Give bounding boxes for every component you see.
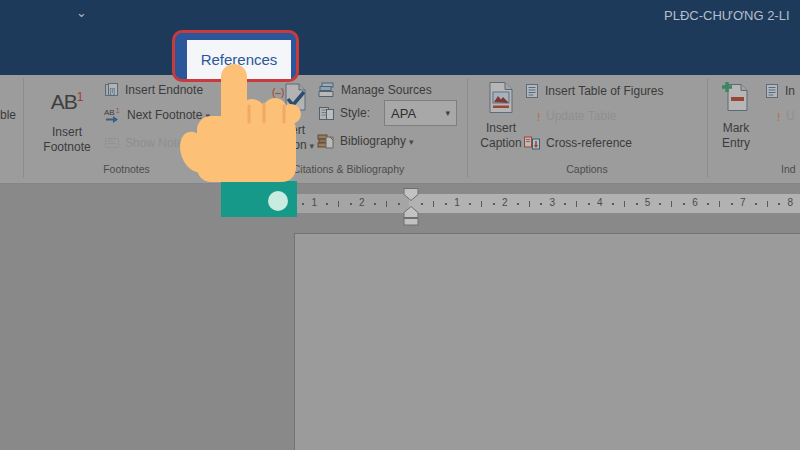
ruler-number: 2 xyxy=(502,197,508,208)
manage-sources-icon xyxy=(318,82,336,98)
combo-arrow-icon: ▾ xyxy=(445,108,450,118)
ruler-tick xyxy=(374,203,376,205)
svg-text:1: 1 xyxy=(116,107,120,114)
ruler-number: 3 xyxy=(550,197,556,208)
ruler-tick xyxy=(624,201,625,207)
show-notes-button[interactable]: Show Notes xyxy=(104,133,190,153)
ribbon-tab-row: sert Design Layout Mailings Review View … xyxy=(0,30,800,75)
bibliography-button[interactable]: Bibliography xyxy=(317,131,414,151)
ruler-tick xyxy=(755,203,757,205)
ruler-tick xyxy=(731,203,733,205)
insert-endnote-icon: [i] xyxy=(104,82,120,98)
citations-group-label: Citations & Bibliography xyxy=(230,163,467,175)
sleeve xyxy=(221,181,297,217)
manage-sources-button[interactable]: Manage Sources xyxy=(318,80,432,100)
insert-endnote-button[interactable]: [i] Insert Endnote xyxy=(104,80,203,100)
update-index-button-fragment[interactable]: ! U xyxy=(764,106,795,126)
svg-text:[i]: [i] xyxy=(110,87,116,95)
table-of-figures-icon xyxy=(524,83,540,99)
update-table-icon: ! xyxy=(524,108,541,124)
style-book-icon xyxy=(318,105,335,122)
title-bar: ⌄ PLĐC-CHƯƠNG 2-LI xyxy=(0,0,800,30)
ruler-tick xyxy=(540,203,542,205)
sleeve-button xyxy=(268,191,288,211)
svg-text:!: ! xyxy=(537,112,540,123)
ribbon-content: ble AB1 Insert Footnote [i] Insert Endno… xyxy=(0,75,800,184)
update-table-button[interactable]: ! Update Table xyxy=(524,106,617,126)
indent-markers[interactable] xyxy=(401,186,421,228)
document-title: PLĐC-CHƯƠNG 2-LI xyxy=(664,8,790,23)
ruler-number: 4 xyxy=(597,197,603,208)
svg-text:(–): (–) xyxy=(272,87,284,98)
ruler-tick xyxy=(767,201,768,207)
word-window: ⌄ PLĐC-CHƯƠNG 2-LI sert Design Layout Ma… xyxy=(0,0,800,450)
next-footnote-button[interactable]: AB 1 Next Footnote xyxy=(104,105,210,125)
ruler-tick xyxy=(433,201,434,207)
ruler-tick xyxy=(636,203,638,205)
next-footnote-icon: AB 1 xyxy=(104,107,122,123)
insert-citation-icon: (–) xyxy=(272,82,308,114)
ruler-number: 5 xyxy=(645,197,651,208)
update-index-icon: ! xyxy=(764,108,781,124)
svg-text:!: ! xyxy=(777,112,780,123)
ruler-tick xyxy=(576,201,577,207)
document-page[interactable] xyxy=(294,233,800,450)
ruler-tick xyxy=(671,201,672,207)
insert-caption-icon xyxy=(486,81,516,114)
ruler-tick xyxy=(588,203,590,205)
ruler-number: 2 xyxy=(359,197,365,208)
ruler-tick xyxy=(683,203,685,205)
ruler-tick xyxy=(659,203,661,205)
ruler-tick xyxy=(778,203,780,205)
style-combobox[interactable]: APA ▾ xyxy=(384,100,457,126)
cross-reference-icon xyxy=(523,135,541,151)
ruler-number: 1 xyxy=(312,197,318,208)
ruler-tick xyxy=(386,201,387,207)
captions-group-label: Captions xyxy=(467,163,707,175)
ruler-tick xyxy=(302,203,304,205)
cross-reference-button[interactable]: Cross-reference xyxy=(523,133,632,153)
insert-index-icon xyxy=(764,83,780,99)
ruler-tick xyxy=(612,203,614,205)
ruler-number: 8 xyxy=(788,197,794,208)
ruler-tick xyxy=(350,203,352,205)
insert-index-button-fragment[interactable]: In xyxy=(764,81,795,101)
ruler-number: 6 xyxy=(692,197,698,208)
footnote-ab1-icon: AB1 xyxy=(51,85,84,114)
ruler-tick xyxy=(493,203,495,205)
ruler-tick xyxy=(481,201,482,207)
quick-access-chevron-icon[interactable]: ⌄ xyxy=(76,6,87,19)
show-notes-icon xyxy=(104,135,120,151)
ruler-number: 7 xyxy=(740,197,746,208)
ruler-tick xyxy=(564,203,566,205)
ruler-tick xyxy=(338,201,339,207)
ruler-tick xyxy=(421,203,423,205)
svg-text:AB: AB xyxy=(104,108,115,117)
index-group-label: Ind xyxy=(770,163,800,175)
ruler-tick xyxy=(326,203,328,205)
mark-entry-icon xyxy=(721,81,751,114)
tab-references[interactable]: References xyxy=(187,40,291,79)
ruler-tick xyxy=(398,203,400,205)
bibliography-icon xyxy=(317,133,335,150)
mark-entry-button[interactable]: Mark Entry xyxy=(709,78,763,180)
insert-table-of-figures-button[interactable]: Insert Table of Figures xyxy=(524,81,664,101)
ruler-tick xyxy=(445,203,447,205)
ruler-tick xyxy=(707,203,709,205)
ruler-tick xyxy=(719,201,720,207)
group-separator xyxy=(707,78,708,178)
ruler-number: 1 xyxy=(454,197,460,208)
ruler-tick xyxy=(517,203,519,205)
update-table-toc-button-fragment[interactable]: ble xyxy=(0,105,21,125)
ruler-tick xyxy=(529,201,530,207)
ruler-tick xyxy=(469,203,471,205)
footnotes-group-label: Footnotes xyxy=(23,163,230,175)
style-label-row: Style: xyxy=(318,103,370,123)
ruler-band: 1212345678 xyxy=(294,194,800,213)
